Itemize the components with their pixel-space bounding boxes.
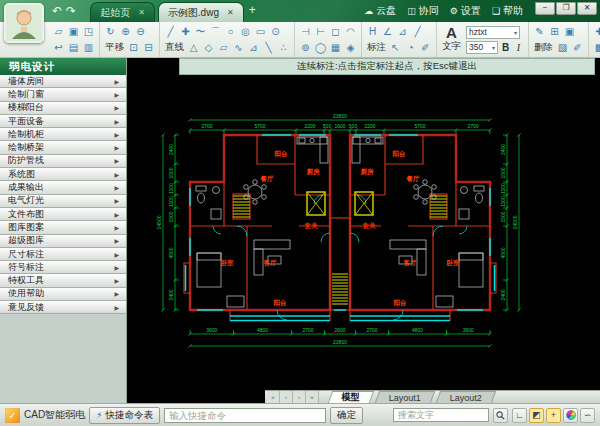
user-avatar[interactable]	[4, 3, 44, 43]
title-action-协同[interactable]: ◫协同	[407, 4, 439, 18]
close-button[interactable]: ✕	[577, 2, 597, 15]
hatch-icon[interactable]: ▦	[328, 40, 343, 55]
confirm-button[interactable]: 确定	[330, 407, 363, 424]
zoom-previous-icon[interactable]: ⊟	[141, 40, 156, 55]
dim-linear-icon[interactable]: H	[365, 24, 380, 39]
snap-icon[interactable]: ◩	[529, 408, 544, 423]
new-tab-button[interactable]: +	[249, 3, 256, 19]
sidebar-item-楼梯阳台[interactable]: 楼梯阳台▶	[0, 102, 126, 115]
sidebar-item-绘制桥架[interactable]: 绘制桥架▶	[0, 141, 126, 154]
dim-quick-icon[interactable]: ✐	[418, 40, 433, 55]
minimize-button[interactable]: −	[535, 2, 555, 15]
offset-icon[interactable]: ⊚	[298, 40, 313, 55]
polygon-icon[interactable]: ◇	[201, 40, 216, 55]
search-icon[interactable]	[493, 408, 508, 423]
redo-icon[interactable]: ↷	[66, 5, 76, 17]
point-icon[interactable]: ∴	[276, 40, 291, 55]
layout-tab-Layout2[interactable]: Layout2	[436, 391, 496, 403]
dim-leader-icon[interactable]: ↖	[388, 40, 403, 55]
document-tab-0[interactable]: 起始页✕	[90, 2, 155, 22]
sidebar-item-成果输出[interactable]: 成果输出▶	[0, 181, 126, 194]
donut-icon[interactable]: ◎	[238, 24, 253, 39]
trim-icon[interactable]: ⊣	[298, 24, 313, 39]
trapezoid-icon[interactable]: ⊿	[246, 40, 261, 55]
text-style-select[interactable]: hztxt ▾	[466, 26, 520, 39]
drawing-canvas[interactable]: 连续标注:点击指定标注起点，按Esc键退出	[127, 58, 600, 403]
dim-angular-icon[interactable]: ∠	[380, 24, 395, 39]
line-icon[interactable]: ╱	[163, 24, 178, 39]
undo-icon[interactable]: ↶	[52, 5, 62, 17]
ortho-icon[interactable]: ∟	[512, 408, 527, 423]
tab-close-icon[interactable]: ✕	[227, 8, 234, 17]
dim-aligned-icon[interactable]: ╱	[410, 24, 425, 39]
dim-arc-icon[interactable]: ◔	[403, 40, 418, 55]
erase-icon[interactable]: ✎	[532, 24, 547, 39]
xline-icon[interactable]: ✚	[178, 24, 193, 39]
sidebar-item-符号标注[interactable]: 符号标注▶	[0, 261, 126, 274]
array-icon[interactable]: ▩	[592, 40, 600, 55]
copy-icon[interactable]: ⊞	[547, 24, 562, 39]
orbit-icon[interactable]: ↻	[103, 24, 118, 39]
open-icon[interactable]: ▱	[51, 24, 66, 39]
arc2-icon[interactable]: ◠	[343, 24, 358, 39]
zoom-out-icon[interactable]: ⊖	[133, 24, 148, 39]
solid-icon[interactable]: ◈	[343, 40, 358, 55]
text-height-select[interactable]: 350 ▾	[466, 41, 498, 54]
sidebar-item-绘制门窗[interactable]: 绘制门窗▶	[0, 88, 126, 101]
pan-hand-icon[interactable]: ∽	[580, 408, 595, 423]
layout-tab-模型[interactable]: 模型	[328, 391, 374, 403]
document-tab-1[interactable]: 示例图.dwg✕	[158, 2, 244, 22]
sidebar-item-意见反馈[interactable]: 意见反馈▶	[0, 301, 126, 314]
spline-icon[interactable]: ∿	[231, 40, 246, 55]
text-tool-icon[interactable]: A	[440, 26, 463, 40]
sidebar-item-特权工具[interactable]: 特权工具▶	[0, 274, 126, 287]
color-wheel-icon[interactable]	[563, 408, 578, 423]
title-action-帮助[interactable]: ❑帮助	[492, 4, 523, 18]
bold-button[interactable]: B	[499, 41, 512, 54]
prev-page-icon[interactable]: ‹	[280, 391, 293, 403]
dim-radius-icon[interactable]: ⊿	[395, 24, 410, 39]
save-icon[interactable]: ▣	[66, 24, 81, 39]
sidebar-item-墙体房间[interactable]: 墙体房间▶	[0, 75, 126, 88]
title-action-设置[interactable]: ⚙设置	[450, 4, 481, 18]
sidebar-item-超级图库[interactable]: 超级图库▶	[0, 235, 126, 248]
sidebar-item-平面设备[interactable]: 平面设备▶	[0, 115, 126, 128]
last-page-icon[interactable]: »	[306, 391, 319, 403]
sidebar-item-系统图[interactable]: 系统图▶	[0, 168, 126, 181]
ring-icon[interactable]: ◯	[313, 40, 328, 55]
sidebar-item-使用帮助[interactable]: 使用帮助▶	[0, 288, 126, 301]
italic-button[interactable]: I	[512, 41, 525, 54]
ellipse-icon[interactable]: ⊙	[268, 24, 283, 39]
command-input[interactable]	[164, 408, 326, 423]
brush-icon[interactable]: ✐	[570, 40, 585, 55]
next-page-icon[interactable]: ›	[293, 391, 306, 403]
layout-tab-Layout1[interactable]: Layout1	[375, 391, 435, 403]
sidebar-item-尺寸标注[interactable]: 尺寸标注▶	[0, 248, 126, 261]
rectangle-icon[interactable]: ▭	[253, 24, 268, 39]
first-page-icon[interactable]: «	[267, 391, 280, 403]
quick-command-button[interactable]: ⚡ 快捷命令表	[89, 407, 160, 424]
publish-icon[interactable]: ▥	[81, 40, 96, 55]
search-input[interactable]	[393, 408, 489, 422]
zoom-window-icon[interactable]: ⊡	[126, 40, 141, 55]
zoom-in-icon[interactable]: ⊕	[118, 24, 133, 39]
tab-close-icon[interactable]: ✕	[138, 8, 145, 17]
paste-icon[interactable]: ▣	[562, 24, 577, 39]
sidebar-item-防护管线[interactable]: 防护管线▶	[0, 155, 126, 168]
crosshair-icon[interactable]: +	[546, 408, 561, 423]
restore-button[interactable]: ❐	[556, 2, 576, 15]
triangle-icon[interactable]: △	[186, 40, 201, 55]
print-icon[interactable]: ▤	[66, 40, 81, 55]
extend-icon[interactable]: ⊢	[313, 24, 328, 39]
rect2-icon[interactable]: ◻	[328, 24, 343, 39]
floor-plan-drawing[interactable]: 2700570022005001600500220057002700238003…	[127, 78, 600, 390]
arc-icon[interactable]: ⌒	[208, 24, 223, 39]
title-action-云盘[interactable]: ☁云盘	[364, 4, 396, 18]
sidebar-item-电气灯光[interactable]: 电气灯光▶	[0, 195, 126, 208]
sidebar-item-文件布图[interactable]: 文件布图▶	[0, 208, 126, 221]
circle-icon[interactable]: ○	[223, 24, 238, 39]
move-icon[interactable]: ✚	[592, 24, 600, 39]
sidebar-item-绘制机柜[interactable]: 绘制机柜▶	[0, 128, 126, 141]
back-icon[interactable]: ↩	[51, 40, 66, 55]
parallelogram-icon[interactable]: ▱	[216, 40, 231, 55]
